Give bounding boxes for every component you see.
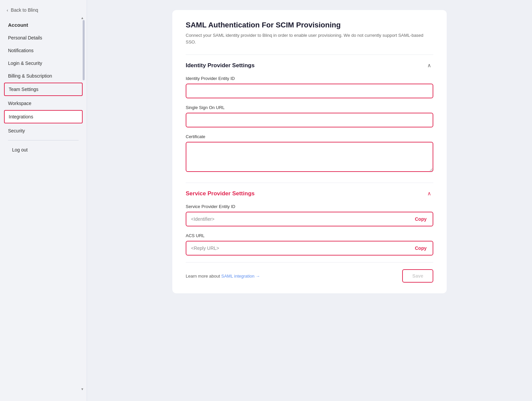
- back-chevron-icon: ‹: [7, 8, 8, 13]
- entity-id-label: Identity Provider Entity ID: [186, 76, 433, 81]
- sidebar-item-notifications[interactable]: Notifications: [4, 44, 83, 57]
- scroll-up-indicator[interactable]: ▲: [81, 16, 84, 20]
- identity-provider-header-row: Identity Provider Settings ∧: [186, 62, 433, 69]
- sp-entity-id-label: Service Provider Entity ID: [186, 204, 433, 209]
- scrollbar-track: [83, 20, 85, 80]
- sp-entity-id-readonly: <Identifier> Copy: [186, 212, 433, 226]
- page-title: SAML Authentication For SCIM Provisionin…: [186, 21, 433, 29]
- learn-more-link[interactable]: SAML integration →: [221, 274, 260, 279]
- sidebar-item-integrations[interactable]: Integrations: [4, 110, 83, 123]
- service-provider-section-title: Service Provider Settings: [186, 190, 255, 197]
- save-button[interactable]: Save: [402, 269, 433, 283]
- logout-item[interactable]: Log out: [8, 144, 79, 156]
- section-divider: [186, 183, 433, 183]
- acs-url-label: ACS URL: [186, 233, 433, 238]
- sp-entity-id-value: <Identifier>: [191, 216, 214, 222]
- sso-url-label: Single Sign On URL: [186, 105, 433, 110]
- acs-url-copy-btn[interactable]: Copy: [414, 245, 428, 251]
- identity-provider-section-title: Identity Provider Settings: [186, 62, 255, 69]
- main-content: SAML Authentication For SCIM Provisionin…: [87, 0, 532, 401]
- sidebar-item-personal-details[interactable]: Personal Details: [4, 32, 83, 44]
- sidebar-item-team-settings[interactable]: Team Settings: [4, 83, 83, 96]
- back-link[interactable]: ‹ Back to Blinq: [0, 0, 87, 19]
- learn-more-prefix: Learn more about: [186, 274, 221, 279]
- sidebar: ‹ Back to Blinq Account Personal Details…: [0, 0, 87, 401]
- scroll-down-indicator[interactable]: ▼: [81, 387, 84, 391]
- certificate-label: Certificate: [186, 134, 433, 139]
- sidebar-item-billing[interactable]: Billing & Subscription: [4, 70, 83, 82]
- sp-entity-id-group: Service Provider Entity ID <Identifier> …: [186, 204, 433, 226]
- footer-row: Learn more about SAML integration → Save: [186, 262, 433, 283]
- acs-url-readonly: <Reply URL> Copy: [186, 241, 433, 256]
- service-provider-header-row: Service Provider Settings ∧: [186, 190, 433, 197]
- certificate-group: Certificate: [186, 134, 433, 173]
- sidebar-item-account[interactable]: Account: [4, 19, 83, 31]
- sidebar-item-login-security[interactable]: Login & Security: [4, 57, 83, 69]
- content-card: SAML Authentication For SCIM Provisionin…: [172, 10, 447, 293]
- entity-id-group: Identity Provider Entity ID: [186, 76, 433, 98]
- sidebar-nav: Account Personal Details Notifications L…: [0, 19, 87, 401]
- entity-id-input[interactable]: [186, 84, 433, 98]
- acs-url-value: <Reply URL>: [191, 245, 219, 251]
- sidebar-item-security[interactable]: Security: [4, 125, 83, 137]
- identity-provider-collapse-btn[interactable]: ∧: [425, 62, 433, 69]
- back-link-label: Back to Blinq: [11, 7, 38, 13]
- sidebar-divider: [8, 140, 79, 140]
- sidebar-item-workspace[interactable]: Workspace: [4, 97, 83, 109]
- page-subtitle: Connect your SAML identity provider to B…: [186, 32, 433, 45]
- acs-url-group: ACS URL <Reply URL> Copy: [186, 233, 433, 256]
- sso-url-input[interactable]: [186, 113, 433, 127]
- certificate-textarea[interactable]: [186, 142, 433, 172]
- service-provider-collapse-btn[interactable]: ∧: [425, 190, 433, 197]
- sp-entity-id-copy-btn[interactable]: Copy: [414, 216, 428, 222]
- service-provider-section: Service Provider Settings ∧ Service Prov…: [186, 190, 433, 256]
- identity-provider-section: Identity Provider Settings ∧ Identity Pr…: [186, 55, 433, 173]
- sso-url-group: Single Sign On URL: [186, 105, 433, 127]
- learn-more-container: Learn more about SAML integration →: [186, 273, 260, 279]
